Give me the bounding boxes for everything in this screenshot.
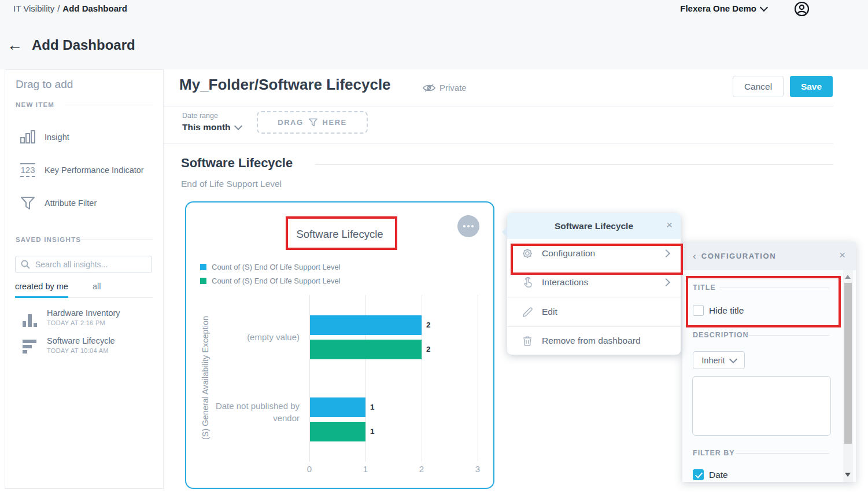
divider [719, 288, 829, 288]
menu-item-label: Configuration [542, 248, 595, 259]
scrollbar[interactable] [843, 270, 853, 482]
context-menu-title: Software Lifecycle [507, 213, 681, 239]
privacy-label: Private [439, 83, 467, 93]
gear-icon [521, 248, 534, 259]
save-button[interactable]: Save [790, 76, 833, 97]
tab-created-by-me[interactable]: created by me [15, 279, 68, 298]
menu-item-configuration[interactable]: Configuration [507, 239, 681, 268]
insight-software-lifecycle[interactable]: Software Lifecycle TODAY AT 10:04 AM [5, 336, 164, 363]
inherit-dropdown[interactable]: Inherit [693, 351, 745, 369]
menu-item-label: Interactions [542, 277, 588, 288]
configuration-panel: ‹ CONFIGURATION × TITLE Hide title DESCR… [682, 242, 856, 482]
sidebar-item-label: Attribute Filter [45, 198, 97, 208]
section-subtitle: End of Life Support Level [181, 179, 282, 189]
page-header: ← Add Dashboard [7, 37, 135, 53]
close-icon[interactable]: × [666, 219, 673, 231]
divider [746, 335, 829, 336]
inherit-value: Inherit [701, 356, 725, 365]
drop-zone-suffix: HERE [323, 118, 347, 127]
bar[interactable] [310, 422, 365, 441]
funnel-icon [308, 117, 318, 127]
sidebar-item-kpi[interactable]: 123 Key Performance Indicator [5, 157, 164, 183]
description-section-label: DESCRIPTION [693, 331, 748, 339]
search-input[interactable] [34, 259, 152, 270]
divider [315, 164, 833, 165]
eye-off-icon [423, 83, 435, 93]
chevron-down-icon [234, 122, 242, 130]
description-textarea[interactable] [692, 376, 831, 436]
date-range-value: This month [182, 122, 231, 132]
drop-zone-prefix: DRAG [278, 118, 303, 127]
date-range-label: Date range [182, 112, 218, 120]
user-avatar[interactable] [794, 1, 810, 17]
bar-value-label: 2 [426, 321, 431, 329]
new-item-label: NEW ITEM [16, 101, 54, 108]
page-title: Add Dashboard [32, 37, 135, 53]
section-title: Software Lifecycle [181, 156, 293, 171]
bar[interactable] [310, 315, 422, 335]
cancel-button[interactable]: Cancel [733, 76, 784, 97]
date-filter-checkbox[interactable] [693, 469, 704, 480]
divider [164, 143, 833, 144]
sidebar-item-attribute-filter[interactable]: Attribute Filter [5, 190, 164, 216]
org-selector[interactable]: Flexera One Demo [680, 3, 767, 13]
configuration-header: ‹ CONFIGURATION [682, 242, 856, 270]
svg-text:123: 123 [20, 165, 35, 175]
sidebar-item-insight[interactable]: Insight [5, 124, 164, 150]
screen: IT Visibility/Add Dashboard Flexera One … [0, 0, 868, 497]
bar[interactable] [310, 397, 365, 417]
hide-title-checkbox[interactable] [693, 305, 704, 316]
x-axis-tick: 1 [354, 464, 377, 474]
breadcrumb: IT Visibility/Add Dashboard [13, 3, 127, 13]
filter-drop-zone[interactable]: DRAG HERE [257, 111, 368, 134]
date-filter-label: Date [709, 470, 728, 480]
tap-icon [521, 277, 534, 288]
date-range-dropdown[interactable]: This month [182, 122, 241, 132]
funnel-icon [18, 195, 38, 211]
tab-all[interactable]: all [93, 279, 101, 297]
chevron-down-icon [760, 3, 768, 11]
menu-item-label: Remove from dashboard [542, 336, 641, 346]
title-section-label: TITLE [693, 284, 716, 292]
legend-label: Count of (S) End Of Life Support Level [212, 277, 341, 285]
insight-timestamp: TODAY AT 10:04 AM [47, 347, 109, 354]
bar[interactable] [310, 340, 422, 359]
menu-item-interactions[interactable]: Interactions [507, 268, 681, 297]
insight-card[interactable]: Software Lifecycle Count of (S) End Of L… [185, 201, 494, 489]
back-button[interactable]: ← [7, 38, 23, 53]
insight-tabs: created by me all [15, 279, 153, 298]
person-icon [794, 1, 810, 17]
divider [80, 240, 153, 240]
insight-hardware-inventory[interactable]: Hardware Inventory TODAY AT 2:16 PM [5, 308, 164, 335]
back-chevron-icon[interactable]: ‹ [693, 251, 696, 262]
search-box [15, 256, 152, 273]
x-axis-tick: 0 [298, 464, 321, 474]
insight-timestamp: TODAY AT 2:16 PM [47, 319, 105, 326]
pencil-icon [521, 307, 534, 318]
menu-item-remove[interactable]: Remove from dashboard [507, 326, 681, 355]
breadcrumb-separator: / [57, 3, 60, 13]
bar-value-label: 1 [370, 427, 375, 436]
trash-icon [521, 336, 534, 347]
y-axis-label: (S) General Availability Exception [201, 305, 210, 450]
legend-swatch [200, 264, 206, 270]
legend-swatch [200, 278, 206, 284]
legend-entry[interactable]: Count of (S) End Of Life Support Level [200, 260, 341, 274]
legend-entry[interactable]: Count of (S) End Of Life Support Level [200, 274, 341, 288]
bar-chart-icon [18, 128, 38, 146]
dashboard-title[interactable]: My_Folder/Software Lifecycle [179, 76, 391, 94]
org-name: Flexera One Demo [680, 3, 756, 13]
scroll-down-arrow[interactable] [845, 473, 851, 477]
more-options-button[interactable] [457, 215, 479, 237]
chevron-right-icon [662, 249, 670, 257]
horizontal-bar-chart-icon [23, 340, 38, 355]
divider [736, 453, 829, 454]
close-icon[interactable]: × [839, 249, 845, 262]
bar-value-label: 2 [426, 345, 431, 354]
scroll-up-arrow[interactable] [845, 275, 851, 279]
saved-insights-label: SAVED INSIGHTS [16, 236, 81, 243]
scrollbar-thumb[interactable] [844, 283, 852, 444]
breadcrumb-parent[interactable]: IT Visibility [13, 3, 54, 13]
menu-item-edit[interactable]: Edit [507, 297, 681, 326]
insight-title: Hardware Inventory [47, 308, 120, 318]
